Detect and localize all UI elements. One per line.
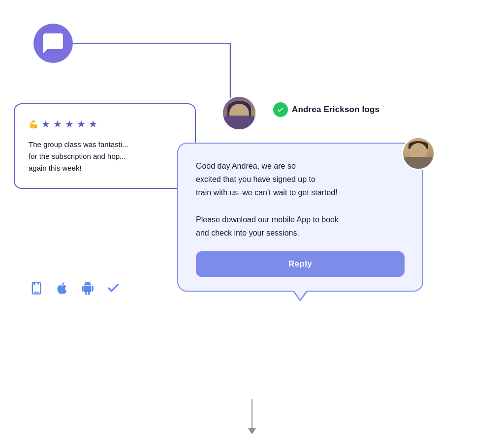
star-3: ★ (65, 118, 74, 130)
avatar-male (402, 137, 435, 170)
arrow-head (248, 428, 256, 434)
apple-icon (55, 281, 69, 299)
star-1: ★ (41, 118, 50, 130)
avatar-male-image (403, 138, 434, 169)
avatar-female-image (223, 97, 255, 129)
check-icon (106, 281, 120, 299)
star-5: ★ (89, 118, 97, 130)
arrow-line (252, 399, 252, 428)
badge-label: Andrea Erickson logs (292, 105, 379, 115)
avatar-male-body (404, 157, 433, 169)
check-circle (273, 102, 288, 117)
android-icon (81, 281, 94, 299)
bottom-arrow (248, 399, 256, 434)
star-4: ★ (77, 118, 86, 130)
check-svg (277, 106, 284, 114)
icons-row (30, 281, 120, 299)
stars-row: 💪 ★ ★ ★ ★ ★ (29, 118, 181, 130)
message-body: Good day Andrea, we are so excited that … (196, 159, 405, 239)
review-text: The group class was fantasti... for the … (29, 139, 181, 174)
star-2: ★ (53, 118, 62, 130)
sms-icon-circle: SMS (33, 24, 73, 63)
avatar-female (221, 95, 257, 131)
green-badge: Andrea Erickson logs (273, 102, 379, 117)
review-card: 💪 ★ ★ ★ ★ ★ The group class was fantasti… (14, 103, 196, 189)
avatar-body (224, 116, 254, 129)
svg-text:SMS: SMS (48, 41, 59, 46)
reply-button[interactable]: Reply (196, 251, 405, 277)
strength-emoji: 💪 (29, 119, 38, 129)
tablet-icon (30, 281, 43, 299)
sms-speech-icon: SMS (41, 31, 65, 55)
message-card: Good day Andrea, we are so excited that … (177, 143, 423, 292)
